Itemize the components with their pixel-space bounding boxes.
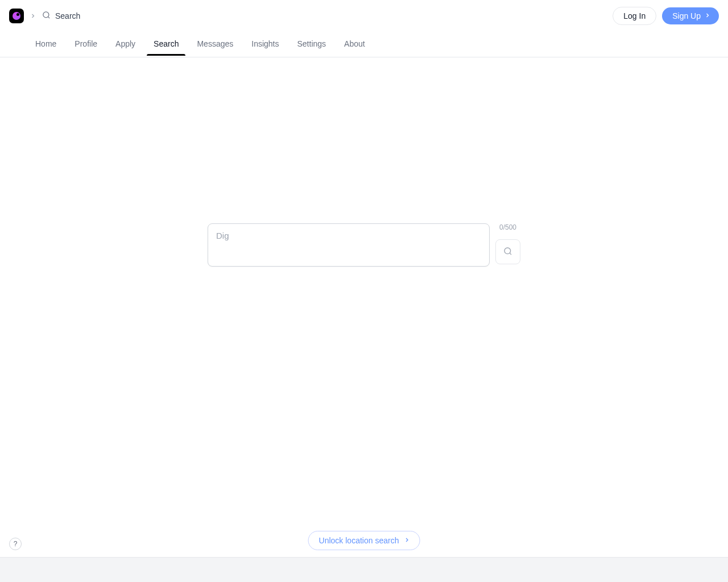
logo-icon <box>13 12 20 20</box>
bottom-bar <box>0 557 728 582</box>
app-logo[interactable] <box>9 9 24 23</box>
chevron-right-icon <box>704 11 711 20</box>
unlock-label: Unlock location search <box>319 536 399 545</box>
tab-home[interactable]: Home <box>26 32 65 57</box>
header: Search Log In Sign Up <box>0 0 728 32</box>
search-box <box>208 223 490 267</box>
search-side: 0/500 <box>495 223 520 264</box>
svg-line-1 <box>48 16 49 18</box>
chevron-right-icon <box>30 13 36 19</box>
search-icon <box>42 11 51 21</box>
tab-profile[interactable]: Profile <box>65 32 106 57</box>
search-input[interactable] <box>216 231 481 259</box>
breadcrumb-label: Search <box>55 11 80 20</box>
header-left: Search <box>9 9 80 23</box>
chevron-right-icon <box>403 536 410 545</box>
tab-search[interactable]: Search <box>144 32 188 57</box>
signup-label: Sign Up <box>672 11 701 20</box>
char-count: 0/500 <box>499 223 516 231</box>
svg-point-0 <box>43 12 49 18</box>
login-button[interactable]: Log In <box>613 7 656 25</box>
header-right: Log In Sign Up <box>613 7 719 25</box>
search-submit-button[interactable] <box>495 239 520 264</box>
breadcrumb: Search <box>42 11 80 21</box>
unlock-location-button[interactable]: Unlock location search <box>308 531 420 550</box>
tab-about[interactable]: About <box>335 32 374 57</box>
search-container: 0/500 <box>208 223 520 267</box>
svg-point-2 <box>504 248 511 254</box>
help-icon: ? <box>14 540 18 548</box>
main-content: 0/500 <box>0 57 728 267</box>
tab-bar: Home Profile Apply Search Messages Insig… <box>0 32 728 57</box>
tab-messages[interactable]: Messages <box>188 32 242 57</box>
signup-button[interactable]: Sign Up <box>662 7 719 24</box>
svg-line-3 <box>510 253 511 255</box>
help-button[interactable]: ? <box>9 538 22 550</box>
tab-settings[interactable]: Settings <box>288 32 336 57</box>
search-icon <box>503 247 512 257</box>
tab-apply[interactable]: Apply <box>106 32 144 57</box>
tab-insights[interactable]: Insights <box>242 32 288 57</box>
